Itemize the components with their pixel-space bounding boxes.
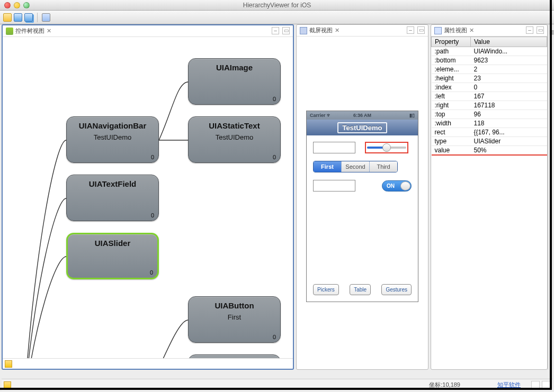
coordinates-label: 坐标:10,189 — [429, 381, 460, 389]
screenshot-body: Carrier ᯤ 6:36 AM ▮▯ TestUIDemo — [297, 37, 428, 369]
tree-node-static[interactable]: UIAStaticTextTestUIDemo0 — [188, 116, 281, 163]
gutter-icon-2[interactable]: ↕ — [548, 39, 554, 50]
pane-maximize-icon[interactable]: ▭ — [417, 26, 425, 34]
screenshot-icon — [300, 27, 307, 34]
window-minimize-icon[interactable] — [14, 2, 20, 8]
tree-node-btn2[interactable]: UIAButtonSecond — [188, 354, 281, 358]
status-icon-2[interactable] — [542, 381, 550, 389]
tree-node-slider[interactable]: UIASlider0 — [66, 233, 159, 279]
node-type: UIANavigationBar — [67, 121, 158, 130]
tree-canvas[interactable]: UIANavigationBarTestUIDemo0UIAImage0UIAS… — [3, 37, 293, 358]
property-row[interactable]: rect{{167, 96... — [432, 128, 547, 137]
run-icon[interactable] — [42, 13, 50, 22]
text-field-2[interactable] — [313, 180, 355, 192]
properties-table[interactable]: Property Value :pathUIAWindo...:bottom96… — [431, 37, 547, 156]
phone-button-pickers[interactable]: Pickers — [313, 284, 339, 295]
tree-node-tf[interactable]: UIATextField0 — [66, 175, 159, 221]
value-header[interactable]: Value — [471, 37, 547, 47]
device-statusbar: Carrier ᯤ 6:36 AM ▮▯ — [307, 111, 418, 120]
property-value: 167118 — [471, 101, 547, 110]
slider-highlight — [365, 142, 408, 153]
segment-second[interactable]: Second — [341, 161, 369, 172]
main-toolbar — [0, 11, 554, 24]
property-value: 9623 — [471, 56, 547, 65]
save-all-icon[interactable] — [24, 13, 33, 22]
property-value: 167 — [471, 92, 547, 101]
text-field-1[interactable] — [313, 142, 355, 153]
property-key: rect — [432, 128, 471, 137]
property-key: :bottom — [432, 56, 471, 65]
phone-button-gestures[interactable]: Gestures — [381, 284, 412, 295]
property-header[interactable]: Property — [432, 37, 471, 47]
property-key: :right — [432, 101, 471, 110]
screenshot-pane-close-icon[interactable]: ✕ — [335, 27, 339, 34]
property-row[interactable]: value50% — [432, 146, 547, 156]
save-icon[interactable] — [14, 13, 22, 22]
property-value: 0 — [471, 83, 547, 92]
property-row[interactable]: :left167 — [432, 92, 547, 101]
property-value: {{167, 96... — [471, 128, 547, 137]
phone-button-table[interactable]: Table — [350, 284, 371, 295]
pane-minimize-icon[interactable]: – — [526, 26, 533, 34]
node-index: 0 — [273, 154, 276, 160]
property-value: UIASlider — [471, 137, 547, 146]
node-type: UIATextField — [67, 179, 158, 188]
tree-node-navbar[interactable]: UIANavigationBarTestUIDemo0 — [66, 116, 159, 163]
pane-maximize-icon[interactable]: ▭ — [537, 26, 544, 34]
toolbar-separator — [37, 13, 38, 22]
property-row[interactable]: :bottom9623 — [432, 56, 547, 65]
right-gutter: ▥ ↕ — [548, 24, 554, 370]
switch-knob-icon — [400, 181, 410, 190]
property-key: value — [432, 146, 471, 156]
property-key: :top — [432, 110, 471, 119]
segmented-control[interactable]: FirstSecondThird — [313, 161, 398, 172]
property-key: :height — [432, 74, 471, 83]
device-navbar: TestUIDemo — [307, 120, 418, 135]
property-key: :index — [432, 83, 471, 92]
tree-pane-close-icon[interactable]: ✕ — [47, 28, 51, 34]
pane-maximize-icon[interactable]: ▭ — [282, 27, 290, 34]
device-screenshot[interactable]: Carrier ᯤ 6:36 AM ▮▯ TestUIDemo — [306, 111, 418, 302]
screenshot-pane-title: 截屏视图 — [309, 26, 333, 34]
nav-title: TestUIDemo — [337, 122, 388, 133]
property-row[interactable]: :top96 — [432, 110, 547, 119]
property-row[interactable]: typeUIASlider — [432, 137, 547, 146]
node-type: UIAStaticText — [189, 121, 280, 130]
window-close-icon[interactable] — [4, 2, 11, 8]
property-row[interactable]: :height23 — [432, 74, 547, 83]
property-row[interactable]: :pathUIAWindo... — [432, 47, 547, 56]
property-row[interactable]: :right167118 — [432, 101, 547, 110]
properties-pane-title: 属性视图 — [444, 26, 467, 34]
node-type: UIASlider — [68, 239, 157, 248]
tree-footer-icon[interactable] — [5, 360, 12, 368]
status-left-icon[interactable] — [4, 381, 11, 389]
property-key: type — [432, 137, 471, 146]
segment-first[interactable]: First — [314, 161, 341, 172]
clock-label: 6:36 AM — [307, 113, 418, 118]
node-index: 0 — [273, 96, 276, 102]
properties-pane: 属性视图 ✕ – ▭ Property Value :pathUIAWindo.… — [431, 24, 548, 370]
open-folder-icon[interactable] — [3, 13, 12, 22]
pane-minimize-icon[interactable]: – — [407, 26, 414, 34]
property-row[interactable]: :eleme...2 — [432, 65, 547, 74]
slider-control[interactable] — [367, 144, 406, 151]
node-index: 0 — [273, 334, 276, 340]
switch-control[interactable]: ON — [382, 180, 412, 192]
slider-thumb-icon[interactable] — [382, 143, 391, 152]
property-row[interactable]: :index0 — [432, 83, 547, 92]
properties-pane-close-icon[interactable]: ✕ — [469, 27, 474, 34]
gutter-icon-1[interactable]: ▥ — [548, 26, 554, 37]
properties-body: Property Value :pathUIAWindo...:bottom96… — [431, 37, 547, 369]
property-value: 50% — [471, 146, 547, 156]
window-zoom-icon[interactable] — [23, 2, 30, 8]
properties-pane-header: 属性视图 ✕ – ▭ — [431, 25, 547, 37]
status-icon-1[interactable] — [531, 381, 540, 389]
node-index: 0 — [151, 154, 154, 160]
tree-node-btn1[interactable]: UIAButtonFirst0 — [188, 296, 281, 343]
vendor-link[interactable]: 知平软件 — [497, 381, 521, 389]
tree-node-image[interactable]: UIAImage0 — [188, 58, 281, 105]
property-row[interactable]: :width118 — [432, 119, 547, 128]
pane-minimize-icon[interactable]: – — [272, 27, 279, 34]
property-key: :width — [432, 119, 471, 128]
segment-third[interactable]: Third — [369, 161, 397, 172]
